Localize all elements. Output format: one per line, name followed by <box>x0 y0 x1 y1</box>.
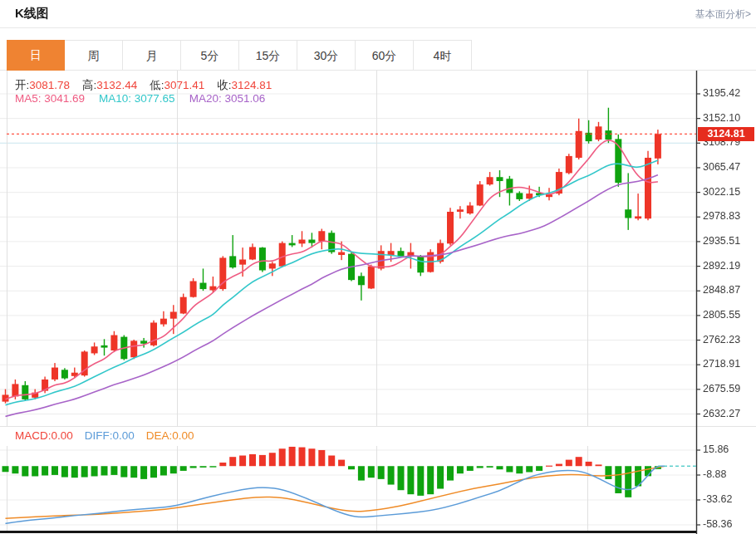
price-tick-label: 2978.83 <box>703 210 740 222</box>
price-tick-label: 2762.23 <box>703 334 740 345</box>
price-tick-label: 3065.47 <box>703 161 740 173</box>
tab-15分[interactable]: 15分 <box>239 40 297 71</box>
macd-tick-label: -33.62 <box>703 493 732 505</box>
tab-日[interactable]: 日 <box>7 40 65 71</box>
ohlc-value: 3132.44 <box>96 79 137 91</box>
macd-tick-label: -8.88 <box>703 468 727 480</box>
kline-page: { "header": { "title": "K线图", "analysis_… <box>0 0 756 534</box>
tab-5分[interactable]: 5分 <box>181 40 239 71</box>
macd-legend-item: DEA:0.00 <box>146 429 194 442</box>
ohlc-label: 高: <box>82 79 96 91</box>
macd-tick-label: -58.36 <box>703 518 732 530</box>
price-tick-label: 2892.19 <box>703 260 740 272</box>
ohlc-value: 3081.78 <box>29 79 70 91</box>
tab-60分[interactable]: 60分 <box>356 40 414 71</box>
price-tick-label: 3022.15 <box>703 186 740 198</box>
page-title: K线图 <box>15 6 49 22</box>
ma-legend-item: MA5: 3041.69 <box>15 92 85 105</box>
ohlc-legend: 开:3081.78高:3132.44低:3071.41收:3124.81 <box>15 78 284 93</box>
macd-legend-item: MACD:0.00 <box>15 429 73 442</box>
price-tick-label: 2675.59 <box>703 383 740 394</box>
price-tick-label: 2935.51 <box>703 235 740 247</box>
tab-周[interactable]: 周 <box>65 40 123 71</box>
ma-legend-item: MA10: 3077.65 <box>99 92 175 105</box>
ma-legend: MA5: 3041.69MA10: 3077.65MA20: 3051.06 <box>15 92 279 105</box>
ohlc-label: 低: <box>150 79 164 91</box>
ma-legend-item: MA20: 3051.06 <box>189 92 266 105</box>
price-tick-label: 3152.10 <box>703 112 740 124</box>
tab-月[interactable]: 月 <box>123 40 181 71</box>
period-tab-bar: 日周月5分15分30分60分4时 <box>7 40 472 71</box>
macd-tick-label: 15.86 <box>703 443 729 455</box>
ohlc-label: 开: <box>15 79 29 91</box>
ohlc-label: 收: <box>217 79 231 91</box>
ohlc-value: 3071.41 <box>164 79 204 91</box>
macd-legend: MACD:0.00DIFF:0.00DEA:0.00 <box>15 429 206 442</box>
tab-30分[interactable]: 30分 <box>297 40 356 71</box>
price-tick-label: 2632.27 <box>703 408 740 419</box>
macd-legend-item: DIFF:0.00 <box>85 429 135 442</box>
price-tick-label: 2805.55 <box>703 309 740 321</box>
price-tick-label: 2718.91 <box>703 358 740 370</box>
price-tick-label: 3195.42 <box>703 87 740 99</box>
fundamental-analysis-link[interactable]: 基本面分析> <box>695 7 751 22</box>
current-price-label: 3124.81 <box>698 127 754 141</box>
ohlc-value: 3124.81 <box>232 79 272 91</box>
price-tick-label: 2848.87 <box>703 284 740 296</box>
tab-4时[interactable]: 4时 <box>414 40 472 71</box>
